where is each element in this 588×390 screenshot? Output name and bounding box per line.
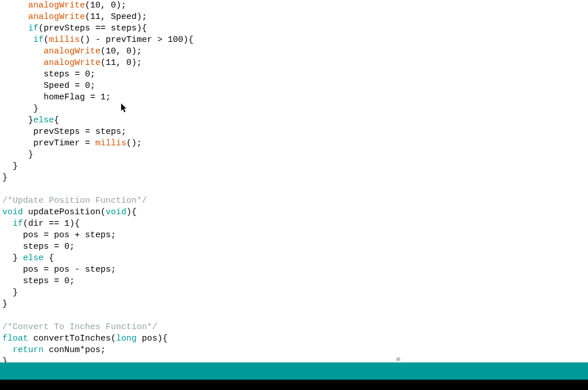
code-line[interactable]: Speed = 0; [2,80,586,92]
console-bar [0,380,588,390]
code-line[interactable]: analogWrite(10, 0); [2,0,586,11]
code-line[interactable] [2,184,586,195]
code-token: pos = pos + steps; [2,230,116,240]
code-token: } [2,104,38,114]
code-line[interactable]: steps = 0; [2,241,586,253]
code-token: } [2,299,7,309]
code-token: updatePosition( [23,207,106,217]
code-token [2,24,28,33]
code-token: } [2,115,33,125]
code-token: prevTimer = [2,138,95,148]
code-token: float [2,334,28,343]
dot-icon [396,357,400,361]
code-token [2,1,28,10]
code-token: void [2,207,23,217]
code-token: homeFlag = 1; [2,92,111,102]
code-token: analogWrite [44,58,100,68]
code-token: if [33,35,44,45]
code-token: () - prevTimer > 100){ [80,35,194,45]
code-token: (dir == 1){ [23,219,80,229]
code-token: steps = 0; [2,276,75,286]
code-token: (prevSteps == steps){ [38,24,147,33]
code-token: /*Convert To Inches Function*/ [2,322,157,332]
code-token: (11, 0); [100,58,142,68]
code-line[interactable]: void updatePosition(void){ [2,207,586,218]
code-token: void [106,207,126,217]
status-bar [0,362,588,380]
code-line[interactable]: analogWrite(11, Speed); [2,11,586,23]
code-token: else [23,253,44,263]
code-token: { [44,253,54,263]
code-token: return [13,345,44,355]
code-line[interactable]: analogWrite(10, 0); [2,46,586,57]
code-line[interactable]: float convertToInches(long pos){ [2,333,586,345]
code-token: } [2,161,18,171]
code-token: prevSteps = steps; [2,127,126,137]
code-line[interactable]: pos = pos + steps; [2,230,586,241]
code-line[interactable]: /*Convert To Inches Function*/ [2,322,586,333]
code-token: (10, 0); [100,47,142,56]
code-token: else [33,115,54,125]
code-token: { [54,115,59,125]
code-token: (11, Speed); [85,12,147,22]
code-token: conNum*pos; [44,345,106,355]
code-token: } [2,253,23,263]
code-line[interactable]: } [2,287,586,299]
code-line[interactable]: prevTimer = millis(); [2,138,586,149]
code-token: } [2,150,33,160]
code-token: long [116,334,137,343]
code-token [2,219,13,229]
code-line[interactable]: } [2,103,586,115]
code-token: steps = 0; [2,242,75,252]
code-line[interactable]: homeFlag = 1; [2,92,586,103]
code-token: if [28,24,38,33]
code-line[interactable]: if(dir == 1){ [2,218,586,230]
code-line[interactable]: } [2,299,586,310]
code-token: steps = 0; [2,69,95,79]
code-token: (); [126,138,142,148]
code-token: pos = pos - steps; [2,265,116,275]
code-line[interactable]: } [2,172,586,184]
code-token: millis [49,35,80,45]
code-token [2,345,13,355]
code-line[interactable]: } [2,149,586,161]
code-line[interactable]: return conNum*pos; [2,345,586,356]
code-line[interactable]: prevSteps = steps; [2,126,586,138]
code-line[interactable]: }else{ [2,115,586,126]
code-token: millis [95,138,126,148]
code-token: pos){ [137,334,168,343]
code-line[interactable]: } [2,161,586,172]
code-line[interactable]: steps = 0; [2,276,586,287]
code-token: (10, 0); [85,1,126,10]
code-token [2,35,33,45]
code-token [2,12,28,22]
code-token [2,58,44,68]
code-line[interactable]: if(millis() - prevTimer > 100){ [2,34,586,46]
code-token: ){ [126,207,137,217]
code-token [2,47,44,56]
code-editor[interactable]: analogWrite(10, 0); analogWrite(11, Spee… [0,0,588,368]
code-token: } [2,288,18,298]
code-token: convertToInches( [28,334,116,343]
code-token: analogWrite [44,47,100,56]
code-line[interactable] [2,310,586,322]
code-token: ( [44,35,49,45]
code-token: /*Update Position Function*/ [2,196,147,206]
code-line[interactable]: /*Update Position Function*/ [2,195,586,207]
code-token: } [2,173,7,183]
code-line[interactable]: } else { [2,253,586,264]
code-line[interactable]: analogWrite(11, 0); [2,57,586,69]
code-token: analogWrite [28,1,85,10]
code-token: if [13,219,23,229]
code-token: Speed = 0; [2,81,95,91]
code-line[interactable]: steps = 0; [2,69,586,80]
code-line[interactable]: pos = pos - steps; [2,264,586,276]
code-line[interactable]: if(prevSteps == steps){ [2,23,586,34]
code-token: analogWrite [28,12,85,22]
